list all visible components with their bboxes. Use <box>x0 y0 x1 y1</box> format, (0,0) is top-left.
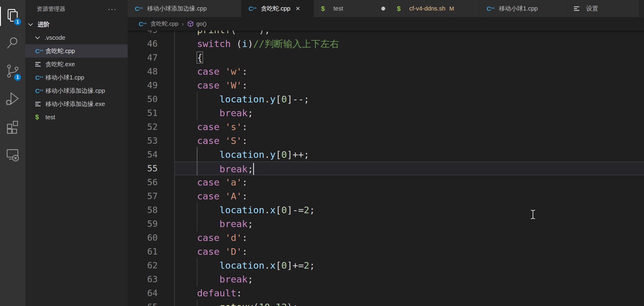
code-line-59[interactable]: 59 break; <box>128 217 644 231</box>
code-line-49[interactable]: 49 case 'W': <box>128 78 644 92</box>
token: 'D' <box>225 246 242 257</box>
token <box>175 246 197 257</box>
token: : <box>242 135 248 146</box>
line-number[interactable]: 47 <box>128 51 158 64</box>
line-number[interactable]: 59 <box>128 217 158 231</box>
more-actions-button[interactable]: ··· <box>108 8 117 11</box>
cpp-icon: C++ <box>487 5 496 12</box>
search-icon <box>5 36 20 52</box>
close-icon[interactable]: ✕ <box>296 5 300 12</box>
code-text: break; <box>175 272 644 286</box>
line-number[interactable]: 49 <box>128 78 158 92</box>
token: ] <box>287 260 293 271</box>
line-number[interactable]: 46 <box>128 37 158 51</box>
code-line-64[interactable]: 64 default: <box>128 286 644 300</box>
modified-dot-icon[interactable] <box>381 7 385 11</box>
tree-item[interactable]: .vscode <box>25 31 128 44</box>
line-number[interactable]: 61 <box>128 245 158 258</box>
line-number[interactable]: 56 <box>128 175 158 189</box>
breadcrumb-symbol[interactable]: go() <box>197 20 207 27</box>
code-editor[interactable]: 45 printf(" ");46 switch (i)//判断输入上下左右47… <box>128 30 644 306</box>
tree-item[interactable]: C++移动小球添加边缘.cpp <box>25 84 128 97</box>
token: " " <box>236 30 259 35</box>
editor-tab-4[interactable]: $cf-v4-ddns.shM <box>390 0 479 17</box>
editor-tab-3[interactable]: $test <box>314 0 390 17</box>
tree-item[interactable]: 贪吃蛇.exe <box>25 58 128 71</box>
code-line-51[interactable]: 51 break; <box>128 106 644 120</box>
line-number[interactable]: 55 <box>128 161 158 175</box>
code-line-52[interactable]: 52 case 's': <box>128 120 644 134</box>
code-line-56[interactable]: 56 case 'a': <box>128 175 644 189</box>
token: case <box>197 80 220 91</box>
line-number[interactable]: 48 <box>128 64 158 78</box>
tree-item[interactable]: C++贪吃蛇.cpp <box>25 44 128 58</box>
breadcrumb-file[interactable]: 贪吃蛇.cpp <box>150 20 178 28</box>
search-activity-item[interactable] <box>0 30 25 58</box>
line-number[interactable]: 50 <box>128 92 158 106</box>
code-line-46[interactable]: 46 switch (i)//判断输入上下左右 <box>128 37 644 51</box>
source-control-activity-item[interactable]: 1 <box>0 58 25 86</box>
code-line-48[interactable]: 48 case 'w': <box>128 64 644 78</box>
code-line-60[interactable]: 60 case 'd': <box>128 231 644 245</box>
code-line-65[interactable]: 65 gotoxy(10,12); <box>128 300 644 306</box>
token: ] <box>287 94 293 105</box>
tree-item[interactable]: $test <box>25 111 128 124</box>
token: 2 <box>304 205 309 215</box>
token: printf <box>197 30 231 35</box>
code-line-54[interactable]: 54 location.y[0]++; <box>128 148 644 161</box>
line-number[interactable]: 52 <box>128 120 158 134</box>
line-number[interactable]: 53 <box>128 134 158 148</box>
token: : <box>242 80 248 91</box>
token: 0 <box>281 260 287 271</box>
code-line-55[interactable]: 55 break; <box>128 161 644 175</box>
line-number[interactable]: 51 <box>128 106 158 120</box>
token: 10 <box>259 301 270 306</box>
line-number[interactable]: 45 <box>128 30 158 37</box>
token: break <box>219 108 247 118</box>
token: case <box>197 232 220 243</box>
line-number[interactable]: 54 <box>128 148 158 161</box>
remote-explorer-activity-item[interactable] <box>0 141 25 169</box>
code-line-62[interactable]: 62 location.x[0]+=2; <box>128 258 644 272</box>
line-number[interactable]: 58 <box>128 203 158 217</box>
breadcrumb: C++ 贪吃蛇.cpp › go() <box>128 17 644 30</box>
line-number[interactable]: 63 <box>128 272 158 286</box>
editor-tab-1[interactable]: C++移动小球添加边缘.cpp <box>128 0 241 17</box>
editor-tab-5[interactable]: C++移动小球1.cpp <box>479 0 567 17</box>
code-line-58[interactable]: 58 location.x[0]-=2; <box>128 203 644 217</box>
line-number[interactable]: 62 <box>128 258 158 272</box>
binary-file-icon <box>35 61 44 67</box>
editor-tab-6[interactable]: 设置 <box>567 0 639 17</box>
chevron-right-icon: › <box>182 20 184 27</box>
code-text: case 'a': <box>175 175 644 189</box>
token <box>175 80 197 91</box>
line-number[interactable]: 65 <box>128 300 158 306</box>
token: location <box>219 205 264 215</box>
code-line-63[interactable]: 63 break; <box>128 272 644 286</box>
token: i <box>242 38 248 49</box>
token <box>175 52 197 63</box>
tree-item[interactable]: 移动小球添加边缘.exe <box>25 97 128 111</box>
explorer-activity-item[interactable]: 1 <box>0 2 25 30</box>
token: ++ <box>293 149 304 160</box>
tree-root-folder[interactable]: 进阶 <box>25 18 128 31</box>
token: location <box>219 94 264 105</box>
run-debug-activity-item[interactable] <box>0 86 25 113</box>
line-number[interactable]: 64 <box>128 286 158 300</box>
chevron-down-icon <box>28 21 33 26</box>
line-number[interactable]: 57 <box>128 189 158 203</box>
tab-label: 设置 <box>586 5 598 13</box>
code-line-57[interactable]: 57 case 'A': <box>128 189 644 203</box>
extensions-activity-item[interactable] <box>0 113 25 141</box>
code-line-45[interactable]: 45 printf(" "); <box>128 30 644 37</box>
vscode-window: 11 资源管理器 ··· 进阶.vscodeC++贪吃蛇.cpp贪吃蛇.exeC… <box>0 0 644 306</box>
explorer-sidebar: 资源管理器 ··· 进阶.vscodeC++贪吃蛇.cpp贪吃蛇.exeC++移… <box>25 0 128 306</box>
code-line-47[interactable]: 47 { <box>128 51 644 64</box>
code-line-61[interactable]: 61 case 'D': <box>128 245 644 258</box>
line-number[interactable]: 60 <box>128 231 158 245</box>
editor-tab-2[interactable]: C++贪吃蛇.cpp✕ <box>241 0 314 17</box>
token: ] <box>287 205 293 215</box>
code-line-53[interactable]: 53 case 'S': <box>128 134 644 148</box>
code-line-50[interactable]: 50 location.y[0]--; <box>128 92 644 106</box>
tree-item[interactable]: C++移动小球1.cpp <box>25 71 128 84</box>
